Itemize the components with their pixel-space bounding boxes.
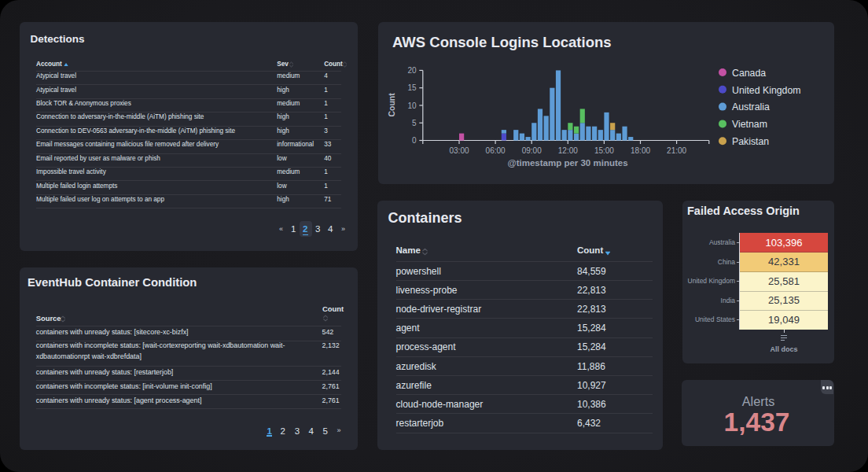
svg-text:06:00: 06:00 [486, 146, 506, 155]
svg-text:5: 5 [412, 119, 417, 127]
svg-text:Australia: Australia [732, 101, 770, 112]
svg-text:15: 15 [407, 83, 417, 92]
svg-text:Canada: Canada [732, 68, 766, 79]
svg-text:0: 0 [412, 136, 417, 145]
svg-text:20: 20 [407, 66, 417, 75]
svg-text:18:00: 18:00 [631, 146, 650, 155]
svg-text:United Kingdom: United Kingdom [732, 85, 801, 96]
svg-text:Pakistan: Pakistan [732, 136, 769, 147]
svg-text:03:00: 03:00 [449, 146, 469, 155]
svg-text:Count: Count [387, 93, 396, 117]
svg-text:@timestamp per 30 minutes: @timestamp per 30 minutes [507, 158, 627, 168]
svg-text:Vietnam: Vietnam [732, 119, 767, 130]
svg-text:09:00: 09:00 [522, 146, 542, 155]
svg-text:15:00: 15:00 [594, 146, 614, 155]
svg-text:12:00: 12:00 [558, 146, 578, 155]
svg-text:21:00: 21:00 [667, 146, 686, 155]
svg-text:10: 10 [407, 101, 417, 110]
